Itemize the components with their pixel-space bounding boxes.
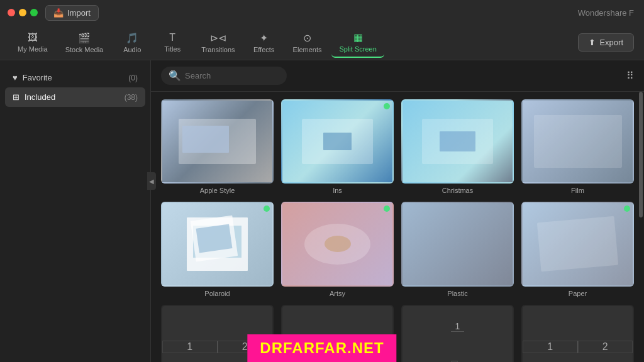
maximize-button[interactable] [30, 9, 38, 16]
label-polaroid: Polaroid [204, 290, 230, 297]
thumb-christmas [401, 99, 514, 184]
tab-split-screen[interactable]: ▦ Split Screen [331, 28, 384, 58]
tab-stock-media-label: Stock Media [65, 46, 104, 53]
import-label: Import [67, 8, 91, 18]
grid-item-ins[interactable]: Ins [281, 99, 394, 194]
app-title: Wondershare F [578, 8, 634, 18]
sidebar-collapse-arrow[interactable]: ◀ [147, 172, 156, 190]
label-film: Film [571, 187, 584, 194]
tab-my-media[interactable]: 🖼 My Media [10, 28, 55, 57]
main: ♥ Favorite (0) ⊞ Included (38) ◀ 🔍 ⠿ [0, 60, 644, 362]
label-ins: Ins [333, 187, 342, 194]
traffic-lights [8, 9, 38, 16]
thumb-plastic [401, 202, 514, 286]
label-artsy: Artsy [330, 290, 345, 297]
tab-transitions[interactable]: ⊳⊲ Transitions [194, 28, 242, 57]
tab-titles-label: Titles [164, 45, 180, 53]
watermark: DRFARFAR.NET [247, 334, 396, 362]
sidebar-included-count: (38) [125, 93, 138, 102]
search-wrap[interactable]: 🔍 [161, 67, 287, 85]
effects-icon: ✦ [260, 32, 268, 44]
toolbar-items: 🖼 My Media 🎬 Stock Media 🎵 Audio T Title… [10, 28, 384, 58]
sidebar-included-label: Included [25, 92, 55, 102]
thumb-polaroid [161, 202, 274, 286]
grid-view-icon[interactable]: ⠿ [626, 70, 634, 82]
close-button[interactable] [8, 9, 15, 16]
grid-item-split-screen-4[interactable]: 1 2 Split Screen 4 [521, 305, 634, 363]
transitions-icon: ⊳⊲ [210, 32, 226, 44]
label-apple-style: Apple Style [200, 187, 235, 194]
sidebar-item-favorite[interactable]: ♥ Favorite (0) [5, 68, 145, 87]
export-icon: ⬆ [589, 38, 596, 47]
tab-effects-label: Effects [253, 46, 274, 53]
split3-top: 1 [451, 321, 465, 332]
minimize-button[interactable] [19, 9, 26, 16]
thumb-apple-style [161, 99, 274, 184]
thumb-paper [521, 202, 634, 286]
tab-my-media-label: My Media [18, 45, 48, 53]
tab-split-screen-label: Split Screen [339, 45, 376, 53]
grid-small-icon: ⊞ [13, 92, 19, 102]
tab-titles[interactable]: T Titles [153, 28, 191, 57]
label-christmas: Christmas [442, 187, 474, 194]
split4-cell1: 1 [523, 341, 578, 353]
sidebar: ♥ Favorite (0) ⊞ Included (38) [0, 60, 151, 362]
thumb-film [521, 99, 634, 184]
thumb-split-screen-4: 1 2 [521, 305, 634, 363]
tab-elements[interactable]: ⊙ Elements [286, 28, 330, 57]
tab-stock-media[interactable]: 🎬 Stock Media [58, 28, 111, 57]
content-area: 🔍 ⠿ Apple Style [151, 60, 644, 362]
grid-item-artsy[interactable]: Artsy [281, 202, 394, 297]
scrollbar[interactable] [639, 92, 643, 217]
split1-cell1: 1 [162, 341, 218, 353]
export-label: Export [599, 38, 623, 47]
ins-badge [384, 103, 390, 109]
grid-item-split-screen-3[interactable]: 1 2 Split Screen 3 [401, 305, 514, 363]
grid-item-film[interactable]: Film [521, 99, 634, 194]
watermark-text: DRFARFAR.NET [260, 339, 384, 356]
search-bar: 🔍 ⠿ [151, 60, 644, 92]
label-plastic: Plastic [447, 290, 467, 297]
search-icon: 🔍 [169, 70, 181, 82]
sidebar-favorite-label: Favorite [23, 73, 52, 82]
label-paper: Paper [569, 290, 587, 297]
tab-audio-label: Audio [123, 46, 141, 53]
split-screen-icon: ▦ [353, 31, 363, 43]
tab-audio[interactable]: 🎵 Audio [113, 28, 151, 57]
grid-item-paper[interactable]: Paper [521, 202, 634, 297]
sidebar-item-included[interactable]: ⊞ Included (38) [5, 87, 145, 107]
grid-item-apple-style[interactable]: Apple Style [161, 99, 274, 194]
thumb-ins [281, 99, 394, 184]
grid-item-polaroid[interactable]: Polaroid [161, 202, 274, 297]
tab-effects[interactable]: ✦ Effects [245, 28, 283, 57]
import-button[interactable]: 📥 Import [45, 5, 99, 21]
sidebar-favorite-count: (0) [128, 74, 138, 82]
split4-cell2: 2 [578, 341, 633, 353]
search-input[interactable] [185, 71, 286, 80]
heart-icon: ♥ [13, 73, 18, 82]
thumb-artsy [281, 202, 394, 286]
import-icon: 📥 [53, 8, 64, 18]
toolbar: 🖼 My Media 🎬 Stock Media 🎵 Audio T Title… [0, 25, 644, 60]
tab-transitions-label: Transitions [201, 46, 235, 53]
content-grid: Apple Style Ins [151, 92, 644, 362]
titles-icon: T [169, 32, 175, 43]
stock-media-icon: 🎬 [78, 32, 91, 44]
audio-icon: 🎵 [126, 32, 138, 44]
tab-elements-label: Elements [293, 46, 322, 53]
titlebar: 📥 Import Wondershare F [0, 0, 644, 25]
grid-item-christmas[interactable]: Christmas [401, 99, 514, 194]
elements-icon: ⊙ [303, 32, 311, 44]
export-button[interactable]: ⬆ Export [578, 33, 634, 52]
my-media-icon: 🖼 [28, 32, 38, 43]
grid-item-plastic[interactable]: Plastic [401, 202, 514, 297]
thumb-split-screen-3: 1 2 [401, 305, 514, 363]
